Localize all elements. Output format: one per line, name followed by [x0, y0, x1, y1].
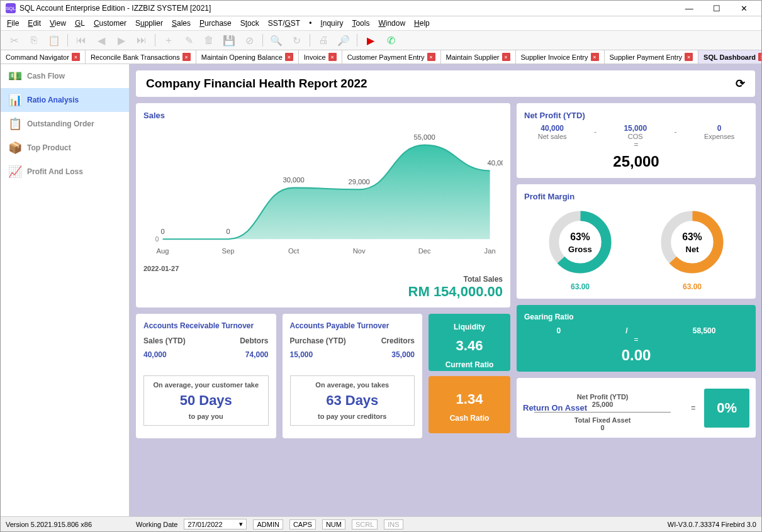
- close-tab-icon[interactable]: ×: [591, 53, 599, 61]
- np-exp-v: 0: [704, 124, 734, 133]
- menu-purchase[interactable]: Purchase: [199, 19, 232, 28]
- close-tab-icon[interactable]: ×: [758, 53, 761, 61]
- sidebar-item-top-product[interactable]: 📦Top Product: [1, 136, 129, 160]
- refresh-report-icon[interactable]: ⟳: [736, 77, 745, 91]
- user-admin: ADMIN: [253, 519, 283, 529]
- paste-icon[interactable]: 📋: [47, 33, 61, 47]
- menu-inquiry[interactable]: Inquiry: [320, 19, 343, 28]
- sidebar-item-ratio-analysis[interactable]: 📊Ratio Analysis: [1, 88, 129, 112]
- nav-next-icon[interactable]: ▶: [115, 33, 128, 47]
- nav-first-icon[interactable]: ⏮: [74, 33, 88, 47]
- liquidity-column: Liquidity 3.46 Current Ratio 1.34 Cash R…: [429, 314, 510, 438]
- close-tab-icon[interactable]: ×: [328, 53, 337, 61]
- minimize-button[interactable]: —: [676, 4, 702, 13]
- scrl-indicator: SCRL: [352, 519, 378, 529]
- gearing-eq: =: [524, 335, 748, 344]
- menu-[interactable]: •: [309, 19, 311, 28]
- whatsapp-icon[interactable]: ✆: [384, 33, 398, 47]
- copy-icon[interactable]: ⎘: [27, 33, 41, 47]
- close-tab-icon[interactable]: ×: [72, 53, 80, 61]
- num-indicator: NUM: [322, 519, 345, 529]
- refresh-icon[interactable]: ↻: [289, 33, 303, 47]
- ar-turnover-card: Accounts Receivable Turnover Sales (YTD)…: [136, 314, 276, 438]
- svg-text:Nov: Nov: [353, 247, 366, 255]
- np-exp-l: Expenses: [704, 133, 734, 140]
- close-tab-icon[interactable]: ×: [685, 53, 693, 61]
- sidebar-item-label: Top Product: [27, 143, 71, 152]
- close-tab-icon[interactable]: ×: [285, 53, 293, 61]
- np-cos-l: COS: [624, 133, 647, 140]
- sidebar-icon: 📊: [8, 93, 21, 107]
- preview-icon[interactable]: 🔎: [337, 33, 350, 47]
- svg-text:Oct: Oct: [288, 247, 300, 255]
- tab-supplier-payment-entry[interactable]: Supplier Payment Entry×: [605, 50, 699, 64]
- menu-window[interactable]: Window: [378, 19, 405, 28]
- caps-indicator: CAPS: [289, 519, 316, 529]
- gearing-result: 0.00: [524, 346, 748, 364]
- sidebar-item-profit-and-loss[interactable]: 📈Profit And Loss: [1, 160, 129, 184]
- sidebar-item-outstanding-order[interactable]: 📋Outstanding Order: [1, 112, 129, 136]
- margin-title: Profit Margin: [524, 192, 748, 201]
- sidebar-icon: 📋: [8, 117, 21, 131]
- maximize-button[interactable]: ☐: [704, 4, 729, 13]
- nav-last-icon[interactable]: ⏭: [135, 33, 148, 47]
- svg-text:Gross: Gross: [568, 245, 592, 254]
- svg-text:Dec: Dec: [418, 247, 431, 255]
- working-date-label: Working Date: [136, 521, 177, 528]
- gearing-a: 0: [557, 326, 561, 335]
- svg-text:40,000: 40,000: [488, 159, 503, 167]
- svg-text:29,000: 29,000: [348, 178, 369, 186]
- new-icon[interactable]: ＋: [162, 33, 176, 47]
- nav-prev-icon[interactable]: ◀: [94, 33, 108, 47]
- version-label: Version 5.2021.915.806 x86: [6, 521, 92, 528]
- youtube-icon[interactable]: ▶: [364, 33, 378, 47]
- menu-sstgst[interactable]: SST/GST: [268, 19, 300, 28]
- close-tab-icon[interactable]: ×: [427, 53, 435, 61]
- report-title: Company Financial Health Report 2022: [146, 77, 367, 91]
- delete-icon[interactable]: 🗑: [202, 33, 216, 47]
- cancel-icon[interactable]: ⊘: [242, 33, 256, 47]
- tab-command-navigator[interactable]: Command Navigator×: [1, 50, 86, 64]
- tab-maintain-opening-balance[interactable]: Maintain Opening Balance×: [196, 50, 299, 64]
- sidebar: 💵Cash Flow📊Ratio Analysis📋Outstanding Or…: [1, 64, 130, 516]
- tab-supplier-invoice-entry[interactable]: Supplier Invoice Entry×: [516, 50, 605, 64]
- menu-help[interactable]: Help: [414, 19, 430, 28]
- close-button[interactable]: ✕: [731, 4, 756, 13]
- ap-title: Accounts Payable Turnover: [290, 321, 415, 330]
- search-icon[interactable]: 🔍: [269, 33, 283, 47]
- menu-file[interactable]: File: [7, 19, 19, 28]
- tab-maintain-supplier[interactable]: Maintain Supplier×: [441, 50, 516, 64]
- svg-text:Jan: Jan: [485, 247, 496, 255]
- tab-sql-dashboard[interactable]: SQL Dashboard×: [698, 50, 761, 64]
- menu-view[interactable]: View: [50, 19, 66, 28]
- save-icon[interactable]: 💾: [222, 33, 236, 47]
- menu-gl[interactable]: GL: [75, 19, 85, 28]
- liquidity-title: Liquidity: [431, 323, 508, 331]
- ar-avg-text2: to pay you: [149, 413, 263, 420]
- sidebar-icon: 📦: [8, 141, 21, 155]
- cut-icon[interactable]: ✂: [7, 33, 21, 47]
- app-icon: SQL: [6, 3, 16, 13]
- ap-creditors-label: Creditors: [381, 336, 415, 345]
- close-tab-icon[interactable]: ×: [182, 53, 191, 61]
- edit-icon[interactable]: ✎: [182, 33, 196, 47]
- sidebar-item-cash-flow[interactable]: 💵Cash Flow: [1, 64, 129, 88]
- close-tab-icon[interactable]: ×: [502, 53, 510, 61]
- menu-stock[interactable]: Stock: [240, 19, 259, 28]
- sidebar-icon: 💵: [8, 69, 21, 83]
- current-ratio-label: Current Ratio: [431, 360, 508, 369]
- menu-customer[interactable]: Customer: [94, 19, 126, 28]
- menu-edit[interactable]: Edit: [28, 19, 41, 28]
- print-icon[interactable]: 🖨: [317, 33, 330, 47]
- working-date-picker[interactable]: 27/01/2022▾: [184, 519, 247, 529]
- menu-tools[interactable]: Tools: [352, 19, 369, 28]
- menu-sales[interactable]: Sales: [172, 19, 191, 28]
- tab-reconcile-bank-transactions[interactable]: Reconcile Bank Transactions×: [86, 50, 196, 64]
- toolbar: ✂ ⎘ 📋 ⏮ ◀ ▶ ⏭ ＋ ✎ 🗑 💾 ⊘ 🔍 ↻ 🖨 🔎 ▶ ✆: [1, 31, 761, 50]
- gearing-card: Gearing Ratio 0 / 58,500 = 0.00: [517, 305, 756, 372]
- tab-customer-payment-entry[interactable]: Customer Payment Entry×: [342, 50, 441, 64]
- menu-supplier[interactable]: Supplier: [135, 19, 163, 28]
- roa-eq: =: [691, 404, 695, 413]
- tab-invoice[interactable]: Invoice×: [299, 50, 342, 64]
- net-donut: 63% Net: [658, 208, 727, 277]
